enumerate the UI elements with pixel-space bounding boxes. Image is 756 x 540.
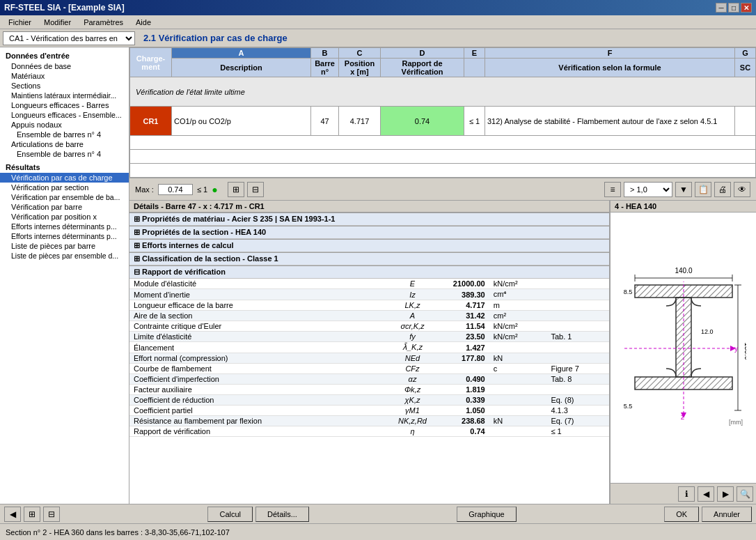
scale-dropdown[interactable]: > 1,0 bbox=[624, 182, 672, 197]
verif-ref: Eq. (8) bbox=[546, 395, 609, 406]
description-cell: CO1/p ou CO2/p bbox=[172, 107, 311, 136]
sidebar-item-sections[interactable]: Sections bbox=[0, 81, 129, 91]
sidebar-item-liste-pieces-barre[interactable]: Liste de pièces par barre bbox=[0, 241, 129, 251]
col-f-header: F bbox=[485, 48, 735, 59]
sidebar-item-efforts-int2[interactable]: Efforts internes déterminants p... bbox=[0, 231, 129, 241]
verif-value: 1.427 bbox=[432, 342, 489, 353]
sidebar-item-longueurs-barres[interactable]: Longueurs efficaces - Barres bbox=[0, 100, 129, 110]
graphique-button[interactable]: Graphique bbox=[457, 507, 516, 522]
filter-icon-btn[interactable]: ▼ bbox=[675, 182, 692, 197]
verif-unit: kN/cm² bbox=[489, 332, 547, 342]
verif-value bbox=[432, 364, 489, 374]
verif-label: Effort normal (compression) bbox=[129, 353, 393, 364]
minimize-button[interactable]: ─ bbox=[716, 3, 727, 13]
settings-icon-btn[interactable]: ≡ bbox=[604, 182, 621, 197]
zoom-cs-btn[interactable]: 🔍 bbox=[737, 486, 753, 502]
calcul-button[interactable]: Calcul bbox=[207, 507, 253, 522]
title-bar: RF-STEEL SIA - [Example SIA] ─ □ ✕ bbox=[0, 0, 756, 15]
col-description-header: Description bbox=[172, 59, 311, 77]
main-layout: Données d'entrée Données de base Matéria… bbox=[0, 47, 756, 504]
verif-value: 177.80 bbox=[432, 353, 489, 364]
menu-fichier[interactable]: Fichier bbox=[3, 17, 37, 28]
verif-symbol: λ̄_K,z bbox=[393, 342, 432, 353]
verif-symbol: γM1 bbox=[393, 406, 432, 416]
table-icon-btn1[interactable]: ⊞ bbox=[228, 182, 244, 197]
col-charge-header: Charge- ment bbox=[130, 48, 172, 77]
details-panel: Détails - Barre 47 - x : 4.717 m - CR1 ⊞… bbox=[129, 201, 610, 504]
svg-text:140.0: 140.0 bbox=[675, 267, 692, 275]
sidebar-item-ensemble-4b[interactable]: Ensemble de barres n° 4 bbox=[0, 149, 129, 159]
maximize-button[interactable]: □ bbox=[728, 3, 739, 13]
verif-row: Rapport de vérification η 0.74 ≤ 1 bbox=[129, 426, 609, 437]
prev-cs-btn[interactable]: ◀ bbox=[698, 486, 714, 502]
verif-ref: Figure 7 bbox=[546, 364, 609, 374]
status-text: Section n° 2 - HEA 360 dans les barres :… bbox=[6, 528, 230, 537]
section-proprietes[interactable]: ⊞ Propriétés de la section - HEA 140 bbox=[129, 226, 609, 239]
details-button[interactable]: Détails... bbox=[255, 507, 309, 522]
menu-aide[interactable]: Aide bbox=[130, 17, 157, 28]
sidebar-item-donnees-base[interactable]: Données de base bbox=[0, 61, 129, 71]
verif-label: Module d'élasticité bbox=[129, 279, 393, 289]
menu-bar: Fichier Modifier Paramètres Aide bbox=[0, 15, 756, 29]
sidebar-item-verif-ensemble[interactable]: Vérification par ensemble de ba... bbox=[0, 192, 129, 202]
verif-unit bbox=[489, 426, 547, 437]
verif-ref bbox=[546, 321, 609, 332]
sidebar-item-verif-position[interactable]: Vérification par position x bbox=[0, 212, 129, 222]
footer-icons: ⊞ ⊟ bbox=[228, 182, 264, 197]
table-footer: Max : 0.74 ≤ 1 ● ⊞ ⊟ ≡ > 1,0 ▼ 📋 🖨 👁 bbox=[129, 178, 756, 200]
info-icon-btn[interactable]: 📋 bbox=[695, 182, 711, 197]
table-row[interactable]: CR1 CO1/p ou CO2/p 47 4.717 0.74 ≤ 1 312… bbox=[130, 107, 756, 136]
verif-label: Longueur efficace de la barre bbox=[129, 300, 393, 311]
eye-icon-btn[interactable]: 👁 bbox=[734, 182, 750, 197]
verif-row: Effort normal (compression) NEd 177.80 k… bbox=[129, 353, 609, 364]
print-icon-btn[interactable]: 🖨 bbox=[714, 182, 731, 197]
ok-button[interactable]: OK bbox=[664, 507, 699, 522]
annuler-button[interactable]: Annuler bbox=[702, 507, 752, 522]
table-icon-btn2[interactable]: ⊟ bbox=[247, 182, 264, 197]
col-d-header: D bbox=[381, 48, 464, 59]
section-materiaux[interactable]: ⊞ Propriétés de matériau - Acier S 235 |… bbox=[129, 213, 609, 226]
nav-btn1[interactable]: ◀ bbox=[4, 507, 21, 522]
sidebar-item-verif-cas[interactable]: Vérification par cas de charge bbox=[0, 173, 129, 183]
sidebar-item-maintiens[interactable]: Maintiens latéraux intermédiair... bbox=[0, 91, 129, 100]
verif-symbol: NK,z,Rd bbox=[393, 416, 432, 426]
col-rapport-header: Rapport de Vérification bbox=[381, 59, 464, 77]
verif-row: Aire de la section A 31.42 cm² bbox=[129, 311, 609, 321]
verif-symbol: αz bbox=[393, 374, 432, 385]
section-rapport[interactable]: ⊟ Rapport de vérification bbox=[129, 265, 609, 279]
cas-dropdown[interactable]: CA1 - Vérification des barres en ... bbox=[3, 31, 135, 45]
app-title: RF-STEEL SIA - [Example SIA] bbox=[4, 3, 125, 13]
verif-symbol: Φk,z bbox=[393, 385, 432, 395]
sidebar-item-verif-barre[interactable]: Vérification par barre bbox=[0, 202, 129, 212]
menu-parametres[interactable]: Paramètres bbox=[78, 17, 129, 28]
next-cs-btn[interactable]: ▶ bbox=[717, 486, 734, 502]
nav-btn3[interactable]: ⊟ bbox=[43, 507, 60, 522]
menu-modifier[interactable]: Modifier bbox=[38, 17, 77, 28]
nav-btn2[interactable]: ⊞ bbox=[24, 507, 40, 522]
sidebar-item-ensemble-4a[interactable]: Ensemble de barres n° 4 bbox=[0, 130, 129, 139]
plus-icon3: ⊞ bbox=[134, 241, 142, 249]
section-rapport-label: Rapport de vérification bbox=[142, 268, 226, 276]
sidebar-item-liste-pieces-ensemble[interactable]: Liste de pièces par ensemble d... bbox=[0, 251, 129, 261]
sidebar-item-articulations[interactable]: Articulations de barre bbox=[0, 139, 129, 149]
sidebar-item-longueurs-ensembles[interactable]: Longueurs efficaces - Ensemble... bbox=[0, 110, 129, 120]
verif-unit bbox=[489, 406, 547, 416]
section-classification[interactable]: ⊞ Classification de la section - Classe … bbox=[129, 252, 609, 265]
info-cs-btn[interactable]: ℹ bbox=[678, 486, 695, 502]
verif-ref bbox=[546, 385, 609, 395]
verif-symbol: χK,z bbox=[393, 395, 432, 406]
verif-label: Contrainte critique d'Euler bbox=[129, 321, 393, 332]
section-classification-label: Classification de la section - Classe 1 bbox=[142, 254, 278, 263]
verif-symbol: Iz bbox=[393, 289, 432, 300]
minus-icon: ⊟ bbox=[134, 268, 142, 276]
verif-row: Module d'élasticité E 21000.00 kN/cm² bbox=[129, 279, 609, 289]
verif-row: Limite d'élasticité fy 23.50 kN/cm² Tab.… bbox=[129, 332, 609, 342]
sidebar-item-materiaux[interactable]: Matériaux bbox=[0, 71, 129, 81]
verif-symbol: LK,z bbox=[393, 300, 432, 311]
close-button[interactable]: ✕ bbox=[741, 3, 752, 13]
verification-table: Module d'élasticité E 21000.00 kN/cm² Mo… bbox=[129, 279, 609, 437]
section-efforts[interactable]: ⊞ Efforts internes de calcul bbox=[129, 239, 609, 252]
sidebar-item-efforts-int1[interactable]: Efforts internes déterminants p... bbox=[0, 222, 129, 231]
sidebar-item-appuis-nodaux[interactable]: Appuis nodaux bbox=[0, 120, 129, 130]
sidebar-item-verif-section[interactable]: Vérification par section bbox=[0, 183, 129, 192]
